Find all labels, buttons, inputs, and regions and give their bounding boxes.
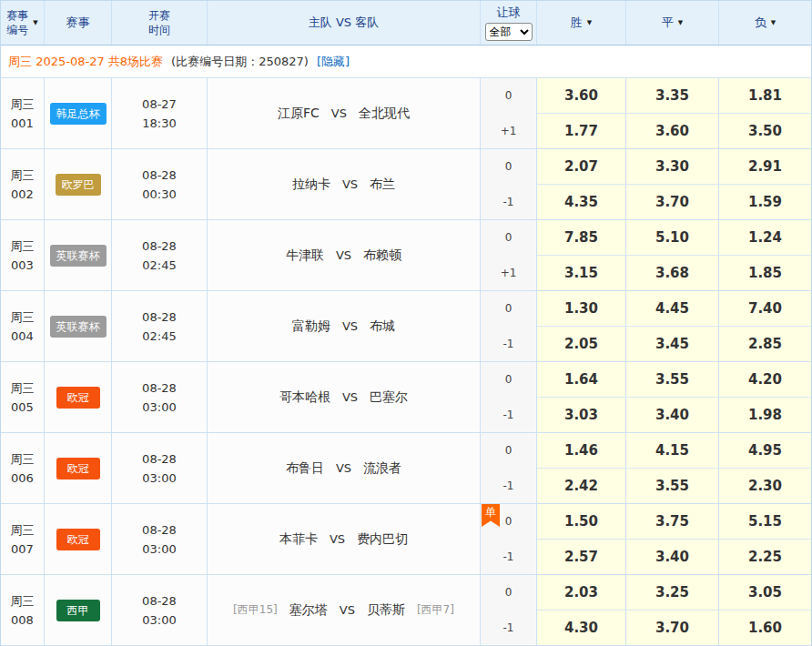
- vs-label: VS: [336, 459, 351, 478]
- match-id: 008: [11, 611, 34, 630]
- odds-win[interactable]: 4.30: [537, 611, 626, 645]
- match-id: 007: [11, 540, 34, 559]
- odds-win[interactable]: 1.64: [537, 362, 626, 398]
- match-number: 周三 003: [1, 220, 45, 290]
- vs-label: VS: [342, 388, 358, 407]
- odds-lose[interactable]: 1.98: [719, 398, 811, 432]
- odds-lose[interactable]: 1.59: [719, 185, 811, 219]
- odds-draw[interactable]: 3.75: [626, 504, 719, 540]
- odds-lose[interactable]: 2.85: [719, 327, 811, 361]
- odds-lose[interactable]: 1.85: [719, 256, 811, 290]
- odds-lose[interactable]: 2.91: [719, 149, 811, 185]
- odds-lose[interactable]: 2.25: [719, 540, 811, 574]
- odds-draw[interactable]: 3.30: [626, 149, 719, 185]
- league-badge[interactable]: 欧罗巴: [56, 174, 101, 196]
- odds-draw[interactable]: 3.40: [626, 540, 719, 574]
- teams-cell: [西甲15] 塞尔塔 VS 贝蒂斯 [西甲7]: [208, 575, 481, 645]
- hide-link[interactable]: [隐藏]: [317, 54, 350, 70]
- odds-win[interactable]: 4.35: [537, 185, 626, 219]
- handicap-value: 0: [481, 291, 536, 327]
- odds-lose[interactable]: 1.60: [719, 611, 811, 645]
- league-cell: 韩足总杯: [45, 78, 112, 148]
- home-team: 富勒姆: [292, 317, 330, 336]
- away-team: 布兰: [370, 175, 395, 194]
- match-hour: 00:30: [142, 185, 176, 204]
- odds-draw[interactable]: 3.45: [626, 327, 719, 361]
- header-draw[interactable]: 平 ▼: [626, 1, 719, 45]
- teams-cell: 富勒姆 VS 布城: [208, 291, 481, 361]
- odds-win[interactable]: 3.15: [537, 256, 626, 290]
- header-handicap: 让球 全部: [481, 1, 537, 45]
- odds-win[interactable]: 3.03: [537, 398, 626, 432]
- odds-win[interactable]: 2.03: [537, 575, 626, 611]
- handicap-filter-select[interactable]: 全部: [485, 23, 533, 41]
- match-date: 08-28: [142, 237, 177, 256]
- league-badge[interactable]: 欧冠: [56, 458, 100, 479]
- odds-win[interactable]: 1.30: [537, 291, 626, 327]
- odds-draw[interactable]: 3.25: [626, 575, 719, 611]
- handicap-value: -1: [481, 398, 536, 432]
- odds-win[interactable]: 2.42: [537, 469, 626, 503]
- league-badge[interactable]: 欧冠: [56, 387, 100, 409]
- header-lose[interactable]: 负 ▼: [719, 1, 811, 45]
- odds-win[interactable]: 1.46: [537, 433, 626, 469]
- league-badge[interactable]: 欧冠: [56, 529, 100, 550]
- vs-label: VS: [331, 104, 347, 123]
- header-start-time-line2: 时间: [148, 23, 170, 37]
- match-date: 08-28: [142, 520, 177, 540]
- odds-lose[interactable]: 1.81: [719, 78, 811, 114]
- odds-draw[interactable]: 3.70: [626, 185, 719, 219]
- odds-lose[interactable]: 3.50: [719, 114, 811, 148]
- odds-draw[interactable]: 3.68: [626, 256, 719, 290]
- odds-lose[interactable]: 7.40: [719, 291, 811, 327]
- odds-lose[interactable]: 4.20: [719, 362, 811, 398]
- odds-draw[interactable]: 3.35: [626, 78, 719, 114]
- odds-lose[interactable]: 2.30: [719, 469, 811, 503]
- odds-draw[interactable]: 4.15: [626, 433, 719, 469]
- league-badge[interactable]: 英联赛杯: [50, 316, 107, 338]
- odds-draw[interactable]: 4.45: [626, 291, 719, 327]
- odds-lose[interactable]: 5.15: [719, 504, 811, 540]
- odds-win[interactable]: 3.60: [537, 78, 626, 114]
- home-team: 塞尔塔: [289, 601, 328, 620]
- odds-win[interactable]: 2.07: [537, 149, 626, 185]
- header-match-number-line1: 赛事: [6, 8, 28, 23]
- match-hour: 02:45: [142, 327, 176, 346]
- odds-win[interactable]: 1.77: [537, 114, 626, 148]
- odds-draw[interactable]: 5.10: [626, 220, 719, 256]
- match-row: 周三 005 欧冠 08-28 03:00 哥本哈根 VS 巴塞尔 0 -1 1…: [1, 362, 811, 433]
- vs-label: VS: [336, 246, 351, 265]
- league-badge[interactable]: 英联赛杯: [50, 245, 107, 267]
- draw-sort-icon[interactable]: ▼: [678, 19, 683, 26]
- odds-win[interactable]: 7.85: [537, 220, 626, 256]
- odds-win[interactable]: 2.05: [537, 327, 626, 361]
- odds-grid: 1.50 3.75 5.15 2.57 3.40 2.25: [537, 504, 811, 574]
- odds-win[interactable]: 2.57: [537, 540, 626, 574]
- match-time: 08-28 03:00: [112, 575, 208, 645]
- away-team: 布城: [370, 317, 395, 336]
- odds-draw[interactable]: 3.55: [626, 362, 719, 398]
- odds-lose[interactable]: 3.05: [719, 575, 811, 611]
- odds-win[interactable]: 1.50: [537, 504, 626, 540]
- header-win[interactable]: 胜 ▼: [537, 1, 626, 45]
- match-number-sort-icon[interactable]: ▼: [33, 19, 37, 26]
- date-summary: 周三 2025-08-27 共8场比赛: [8, 54, 163, 70]
- win-sort-icon[interactable]: ▼: [587, 19, 592, 26]
- handicap-value: -1: [481, 185, 536, 219]
- league-badge[interactable]: 西甲: [56, 600, 100, 621]
- teams-cell: 江原FC VS 全北现代: [208, 78, 481, 148]
- header-match-number[interactable]: 赛事 编号 ▼: [1, 1, 45, 45]
- odds-draw[interactable]: 3.55: [626, 469, 719, 503]
- odds-draw[interactable]: 3.40: [626, 398, 719, 432]
- odds-lose[interactable]: 1.24: [719, 220, 811, 256]
- league-badge[interactable]: 韩足总杯: [50, 103, 107, 125]
- home-team: 江原FC: [278, 104, 320, 123]
- header-teams: 主队 VS 客队: [208, 1, 481, 45]
- vs-label: VS: [340, 601, 355, 620]
- handicap-value: 0: [481, 362, 536, 398]
- odds-draw[interactable]: 3.60: [626, 114, 719, 148]
- handicap-value: -1: [481, 327, 536, 361]
- odds-draw[interactable]: 3.70: [626, 611, 719, 645]
- lose-sort-icon[interactable]: ▼: [771, 19, 776, 26]
- odds-lose[interactable]: 4.95: [719, 433, 811, 469]
